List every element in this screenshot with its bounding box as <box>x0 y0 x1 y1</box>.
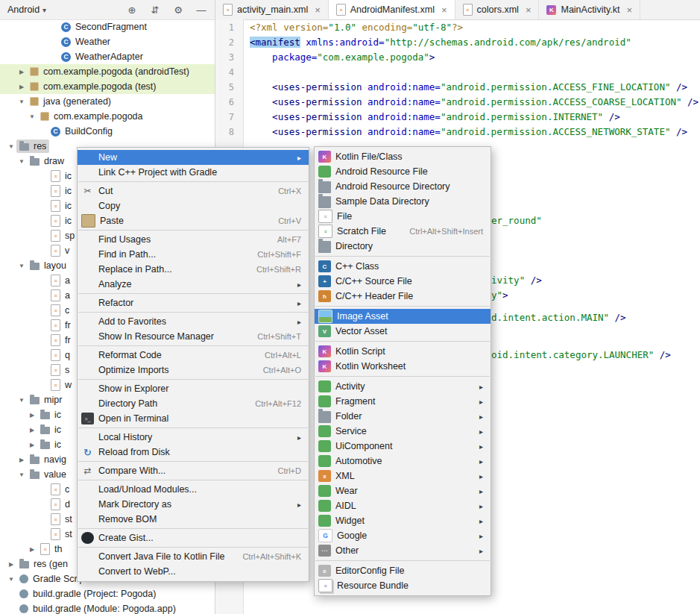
menu-item-find-in-path[interactable]: Find in Path...Ctrl+Shift+F <box>78 247 309 262</box>
menu-separator <box>78 480 308 480</box>
code-line: <manifest xmlns:android="http://schemas.… <box>250 35 700 50</box>
tree-item-buildconfig[interactable]: CBuildConfig <box>0 124 215 139</box>
menu-item-refactor[interactable]: Refactor▸ <box>78 295 309 310</box>
chevron-down-icon[interactable]: ▼ <box>16 158 27 165</box>
menu-item-scratch-file[interactable]: ≡Scratch FileCtrl+Alt+Shift+Insert <box>315 224 491 239</box>
menu-item-reformat-code[interactable]: Reformat CodeCtrl+Alt+L <box>78 348 309 363</box>
chevron-right-icon[interactable]: ▶ <box>16 84 27 90</box>
chevron-down-icon[interactable]: ▼ <box>6 576 16 583</box>
menu-item-c-c-source-file[interactable]: +C/C++ Source File <box>315 274 491 289</box>
menu-item-fragment[interactable]: Fragment▸ <box>315 394 491 409</box>
chevron-down-icon[interactable]: ▼ <box>16 98 27 105</box>
chevron-right-icon[interactable]: ▶ <box>27 442 37 448</box>
menu-item-optimize-imports[interactable]: Optimize ImportsCtrl+Alt+O <box>78 363 309 378</box>
settings-icon[interactable]: ⚙ <box>172 4 184 16</box>
menu-item-show-in-explorer[interactable]: Show in Explorer <box>78 381 309 396</box>
menu-item-image-asset[interactable]: Image Asset <box>315 309 491 324</box>
chevron-down-icon[interactable]: ▼ <box>6 143 16 150</box>
chevron-right-icon[interactable]: ▶ <box>27 412 37 419</box>
menu-item-activity[interactable]: Activity▸ <box>315 379 491 394</box>
menu-item-aidl[interactable]: AIDL▸ <box>315 498 491 513</box>
folder-icon <box>19 143 29 151</box>
menu-separator <box>78 181 308 182</box>
menu-item-kotlin-worksheet[interactable]: KKotlin Worksheet <box>315 359 491 374</box>
close-tab-icon[interactable]: × <box>526 5 532 15</box>
tree-item-build-gradle-module-pogoda-app[interactable]: build.gradle (Module: Pogoda.app) <box>0 601 215 614</box>
menu-item-editorconfig-file[interactable]: eEditorConfig File <box>315 563 491 578</box>
tree-item-com-example-pogoda[interactable]: ▼com.example.pogoda <box>0 109 215 124</box>
menu-item-find-usages[interactable]: Find UsagesAlt+F7 <box>78 232 309 247</box>
menu-item-copy[interactable]: Copy <box>78 198 309 213</box>
tree-item-secondfragment[interactable]: CSecondFragment <box>0 19 215 34</box>
menu-item-mark-directory-as[interactable]: Mark Directory as▸ <box>78 497 309 512</box>
menu-item-widget[interactable]: Widget▸ <box>315 513 491 528</box>
menu-item-service[interactable]: Service▸ <box>315 424 491 439</box>
menu-item-remove-bom[interactable]: Remove BOM <box>78 512 309 527</box>
chevron-right-icon[interactable]: ▶ <box>6 561 16 568</box>
tree-item-com-example-pogoda-androidtest[interactable]: ▶com.example.pogoda (androidTest) <box>0 64 215 79</box>
menu-item-paste[interactable]: PasteCtrl+V <box>78 213 309 228</box>
chevron-right-icon[interactable]: ▶ <box>27 546 37 553</box>
chevron-right-icon[interactable]: ▶ <box>16 69 27 75</box>
tree-item-weather[interactable]: CWeather <box>0 34 215 49</box>
menu-item-c-class[interactable]: CC++ Class <box>315 259 491 274</box>
menu-item-wear[interactable]: Wear▸ <box>315 483 491 498</box>
close-tab-icon[interactable]: × <box>315 5 321 15</box>
menu-separator <box>78 345 308 346</box>
menu-item-uicomponent[interactable]: UiComponent▸ <box>315 439 491 454</box>
target-icon[interactable]: ⊕ <box>126 4 138 16</box>
menu-item-create-gist[interactable]: Create Gist... <box>78 530 309 545</box>
close-tab-icon[interactable]: × <box>626 5 632 15</box>
menu-item-sample-data-directory[interactable]: Sample Data Directory <box>315 194 491 209</box>
menu-item-reload-from-disk[interactable]: ↻Reload from Disk <box>78 445 309 460</box>
menu-item-directory[interactable]: Directory <box>315 239 491 254</box>
menu-item-analyze[interactable]: Analyze▸ <box>78 277 309 292</box>
menu-item-open-in-terminal[interactable]: >_Open in Terminal <box>78 411 309 426</box>
close-tab-icon[interactable]: × <box>441 5 447 15</box>
menu-item-c-c-header-file[interactable]: hC/C++ Header File <box>315 289 491 304</box>
tab-colors-xml[interactable]: ≡colors.xml× <box>455 0 540 19</box>
menu-item-kotlin-file-class[interactable]: KKotlin File/Class <box>315 149 491 164</box>
chevron-down-icon[interactable]: ▼ <box>16 472 27 478</box>
tree-item-build-gradle-project-pogoda[interactable]: build.gradle (Project: Pogoda) <box>0 586 215 601</box>
tab-mainactivity-kt[interactable]: KMainActivity.kt× <box>539 0 640 19</box>
menu-item-compare-with[interactable]: ⇄Compare With...Ctrl+D <box>78 463 309 478</box>
tree-item-com-example-pogoda-test[interactable]: ▶com.example.pogoda (test) <box>0 79 215 94</box>
menu-item-xml[interactable]: xXML▸ <box>315 469 491 483</box>
menu-item-folder[interactable]: Folder▸ <box>315 409 491 424</box>
chevron-down-icon[interactable]: ▼ <box>27 113 37 120</box>
menu-item-show-in-resource-manager[interactable]: Show In Resource ManagerCtrl+Shift+T <box>78 329 309 344</box>
menu-item-local-history[interactable]: Local History▸ <box>78 430 309 445</box>
tab-activity-main-xml[interactable]: ≡activity_main.xml× <box>215 0 329 19</box>
menu-item-other[interactable]: ⋯Other▸ <box>315 543 491 558</box>
tree-item-java-generated[interactable]: ▼java (generated) <box>0 94 215 109</box>
chevron-down-icon[interactable]: ▼ <box>16 397 27 404</box>
gradle-icon <box>19 589 28 598</box>
hide-panel-icon[interactable]: — <box>195 4 207 16</box>
menu-item-file[interactable]: ≡File <box>315 209 491 224</box>
menu-item-new[interactable]: New▸ <box>78 150 309 165</box>
menu-item-cut[interactable]: ✂CutCtrl+X <box>78 184 309 198</box>
chevron-down-icon[interactable]: ▼ <box>16 263 27 269</box>
menu-item-convert-to-webp[interactable]: Convert to WebP... <box>78 564 309 579</box>
menu-item-automotive[interactable]: Automotive▸ <box>315 454 491 469</box>
menu-item-android-resource-file[interactable]: Android Resource File <box>315 164 491 179</box>
menu-item-android-resource-directory[interactable]: Android Resource Directory <box>315 179 491 194</box>
chevron-right-icon[interactable]: ▶ <box>27 427 37 433</box>
tree-item-weatheradapter[interactable]: CWeatherAdapter <box>0 49 215 64</box>
menu-item-google[interactable]: GGoogle▸ <box>315 528 491 543</box>
menu-item-add-to-favorites[interactable]: Add to Favorites▸ <box>78 314 309 329</box>
menu-item-convert-java-file-to-kotlin-file[interactable]: Convert Java File to Kotlin FileCtrl+Alt… <box>78 549 309 564</box>
menu-item-replace-in-path[interactable]: Replace in Path...Ctrl+Shift+R <box>78 262 309 277</box>
menu-item-link-c-project-with-gradle[interactable]: Link C++ Project with Gradle <box>78 165 309 180</box>
tab-androidmanifest-xml[interactable]: ≡AndroidManifest.xml× <box>329 0 455 19</box>
menu-item-directory-path[interactable]: Directory PathCtrl+Alt+F12 <box>78 396 309 411</box>
menu-item-kotlin-script[interactable]: KKotlin Script <box>315 344 491 359</box>
submenu-arrow-icon: ▸ <box>469 442 483 451</box>
menu-item-resource-bundle[interactable]: ≡Resource Bundle <box>315 578 491 593</box>
project-view-selector[interactable]: Android <box>7 4 46 15</box>
menu-item-vector-asset[interactable]: VVector Asset <box>315 324 491 339</box>
menu-item-load-unload-modules[interactable]: Load/Unload Modules... <box>78 482 309 497</box>
chevron-right-icon[interactable]: ▶ <box>16 457 27 463</box>
collapse-all-icon[interactable]: ⇵ <box>149 4 161 16</box>
